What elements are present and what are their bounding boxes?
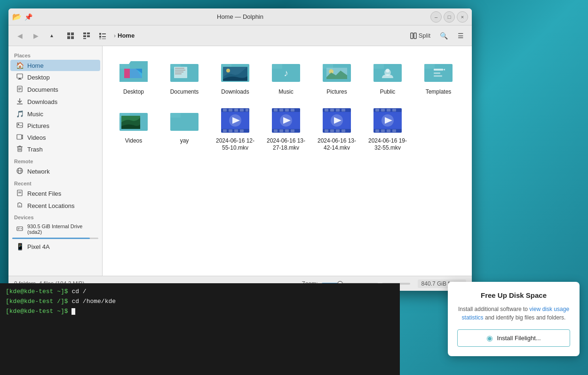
- svg-rect-1: [71, 32, 74, 35]
- home-icon: 🏠: [16, 62, 24, 69]
- back-button[interactable]: ◀: [12, 28, 27, 43]
- terminal[interactable]: [kde@kde-test ~]$ cd / [kde@kde-test /]$…: [0, 283, 400, 375]
- breadcrumb-home[interactable]: Home: [118, 32, 135, 39]
- remote-label: Remote: [8, 156, 102, 165]
- sidebar-item-videos[interactable]: Videos: [10, 132, 100, 143]
- sda2-progress-fill: [12, 238, 90, 239]
- recent-label: Recent: [8, 178, 102, 187]
- mkv1-icon: [220, 105, 250, 136]
- forward-button[interactable]: ▶: [28, 28, 43, 43]
- svg-rect-107: [279, 129, 283, 132]
- terminal-cmd-2: cd /home/kde: [72, 298, 116, 305]
- svg-rect-117: [342, 109, 345, 112]
- documents-icon: [16, 86, 24, 94]
- svg-rect-76: [434, 69, 443, 71]
- up-button[interactable]: ▲: [44, 28, 59, 43]
- trash-icon: [16, 145, 24, 153]
- dolphin-icon: 📂: [12, 12, 22, 21]
- downloads-icon: [16, 98, 24, 106]
- sidebar-item-recent-files[interactable]: Recent Files: [10, 188, 100, 199]
- sidebar-item-downloads[interactable]: Downloads: [10, 96, 100, 108]
- terminal-line-3: [kde@kde-test ~]$: [6, 307, 394, 317]
- svg-rect-10: [102, 33, 106, 34]
- svg-rect-64: [272, 64, 282, 69]
- file-item-mkv4[interactable]: 2024-06-16 19-32-55.mkv: [364, 103, 411, 155]
- file-item-videos[interactable]: Videos: [110, 103, 157, 155]
- svg-rect-134: [387, 129, 390, 132]
- search-button[interactable]: 🔍: [436, 28, 451, 43]
- mkv4-label: 2024-06-16 19-32-55.mkv: [366, 137, 409, 152]
- sidebar-recent-files-label: Recent Files: [27, 190, 61, 197]
- file-item-downloads[interactable]: Downloads: [212, 54, 259, 99]
- svg-rect-13: [99, 39, 101, 39]
- svg-rect-75: [424, 64, 435, 69]
- popup-desc-part2: and identify big files and folders.: [485, 314, 565, 321]
- view-compact-button[interactable]: [79, 28, 94, 43]
- svg-rect-7: [87, 35, 90, 37]
- public-folder-icon: [373, 56, 403, 87]
- sidebar-home-label: Home: [27, 62, 44, 69]
- svg-rect-132: [375, 129, 379, 132]
- minimize-button[interactable]: –: [430, 11, 442, 23]
- file-item-desktop[interactable]: Desktop: [110, 54, 157, 99]
- sidebar-network-label: Network: [27, 168, 50, 175]
- pictures-label: Pictures: [326, 88, 347, 96]
- file-item-mkv2[interactable]: 2024-06-16 13-27-18.mkv: [262, 103, 310, 155]
- videos-label: Videos: [125, 137, 142, 145]
- terminal-cmd-1: cd /: [72, 288, 86, 295]
- view-detail-button[interactable]: [95, 28, 110, 43]
- pictures-icon: [16, 122, 24, 129]
- svg-rect-26: [17, 123, 23, 128]
- install-filelight-button[interactable]: ◉ Install Filelight...: [457, 329, 570, 347]
- svg-rect-17: [17, 74, 23, 78]
- file-item-music[interactable]: ♪ Music: [262, 54, 310, 99]
- devices-label: Devices: [8, 212, 102, 221]
- sidebar-downloads-label: Downloads: [27, 98, 57, 105]
- svg-rect-106: [274, 129, 278, 132]
- svg-rect-0: [67, 32, 70, 35]
- sidebar-item-pixel4a[interactable]: 📱 Pixel 4A: [10, 241, 100, 252]
- file-item-documents[interactable]: Documents: [161, 54, 208, 99]
- sidebar-item-documents[interactable]: Documents: [10, 84, 100, 96]
- svg-rect-89: [234, 109, 238, 112]
- sidebar-item-sda2[interactable]: 930.5 GiB Internal Drive (sda2): [10, 222, 100, 237]
- svg-rect-54: [175, 68, 184, 69]
- close-button[interactable]: ×: [457, 11, 468, 23]
- svg-rect-56: [175, 72, 183, 72]
- file-item-pictures[interactable]: Pictures: [313, 54, 360, 99]
- sidebar-item-recent-locations[interactable]: Recent Locations: [10, 200, 100, 211]
- sidebar-item-trash[interactable]: Trash: [10, 144, 100, 155]
- titlebar-controls: – □ ×: [430, 11, 468, 23]
- sidebar-item-music[interactable]: 🎵 Music: [10, 108, 100, 120]
- view-icons-button[interactable]: [63, 28, 78, 43]
- svg-rect-108: [285, 129, 289, 132]
- maximize-button[interactable]: □: [444, 11, 455, 23]
- split-button[interactable]: Split: [406, 28, 434, 43]
- menu-button[interactable]: ☰: [453, 28, 468, 43]
- file-item-mkv1[interactable]: 2024-06-16 12-55-10.mkv: [212, 103, 259, 155]
- sidebar-item-network[interactable]: Network: [10, 166, 100, 177]
- file-item-templates[interactable]: Templates: [415, 54, 462, 99]
- terminal-prompt-2: [kde@kde-test /]$: [6, 298, 68, 305]
- file-item-mkv3[interactable]: 2024-06-16 13-42-14.mkv: [313, 103, 360, 155]
- sidebar-pixel4a-label: Pixel 4A: [27, 243, 50, 250]
- terminal-line-1: [kde@kde-test ~]$ cd /: [6, 287, 394, 297]
- sidebar-recent-locations-label: Recent Locations: [27, 202, 74, 209]
- terminal-prompt-1: [kde@kde-test ~]$: [6, 288, 68, 295]
- desktop-label: Desktop: [123, 88, 144, 96]
- nav-buttons: ◀ ▶ ▲: [12, 28, 59, 43]
- svg-rect-133: [381, 129, 385, 132]
- sidebar-item-pictures[interactable]: Pictures: [10, 120, 100, 131]
- file-item-public[interactable]: Public: [364, 54, 411, 99]
- downloads-folder-icon: [220, 56, 250, 87]
- file-item-yay[interactable]: yay: [161, 103, 208, 155]
- sidebar-item-desktop[interactable]: Desktop: [10, 72, 100, 83]
- filelight-icon: ◉: [486, 334, 493, 343]
- sda2-icon: [16, 225, 24, 233]
- svg-rect-16: [414, 33, 416, 39]
- sidebar-desktop-label: Desktop: [27, 74, 50, 81]
- svg-rect-94: [229, 129, 232, 132]
- sda2-progress-bar: [12, 238, 98, 239]
- sidebar-item-home[interactable]: 🏠 Home: [10, 60, 100, 71]
- desktop-folder-icon: [119, 56, 149, 87]
